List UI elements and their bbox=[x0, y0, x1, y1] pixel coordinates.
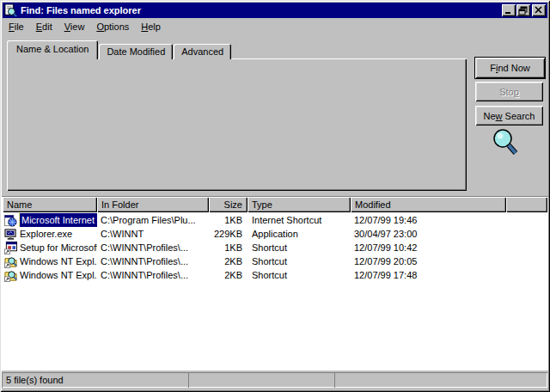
results-list: Name In Folder Size Type Modified bbox=[2, 196, 548, 371]
results-rows: Microsoft Internet ... C:\Program Files\… bbox=[3, 213, 547, 282]
column-header-filler bbox=[506, 197, 547, 212]
menu-file[interactable]: File bbox=[3, 20, 30, 34]
column-header-type[interactable]: Type bbox=[248, 197, 351, 212]
tab-strip: Name & Location Date Modified Advanced bbox=[7, 40, 232, 59]
file-modified: 12/07/99 10:42 bbox=[354, 241, 504, 254]
explorer-shortcut-icon bbox=[4, 255, 17, 268]
file-folder: C:\Program Files\Plu... bbox=[101, 213, 207, 227]
table-row[interactable]: Microsoft Internet ... C:\Program Files\… bbox=[3, 213, 547, 227]
restore-icon bbox=[516, 4, 530, 16]
stop-button: Stop bbox=[475, 82, 543, 101]
tab-name-location[interactable]: Name & Location bbox=[7, 40, 98, 59]
file-folder: C:\WINNT\Profiles\... bbox=[101, 241, 207, 254]
menubar: File Edit View Options Help bbox=[3, 19, 547, 34]
file-name: Explorer.exe bbox=[20, 227, 72, 241]
tab-advanced[interactable]: Advanced bbox=[174, 44, 231, 59]
file-folder: C:\WINNT\Profiles\... bbox=[101, 254, 207, 268]
file-type: Application bbox=[252, 227, 349, 241]
file-name: Windows NT Expl... bbox=[20, 254, 97, 268]
find-now-button[interactable]: Find Now bbox=[474, 57, 546, 79]
window-title: Find: Files named explorer bbox=[21, 5, 141, 15]
table-row[interactable]: Setup for Microsoft... C:\WINNT\Profiles… bbox=[3, 241, 547, 254]
results-header: Name In Folder Size Type Modified bbox=[3, 197, 547, 212]
menu-view[interactable]: View bbox=[58, 20, 91, 34]
minimize-button[interactable] bbox=[502, 4, 516, 16]
column-header-name[interactable]: Name bbox=[3, 197, 97, 212]
statusbar: 5 file(s) found bbox=[2, 371, 548, 389]
file-size: 229KB bbox=[209, 227, 242, 241]
name-location-panel bbox=[7, 58, 467, 191]
file-folder: C:\WINNT bbox=[101, 227, 207, 241]
internet-shortcut-icon bbox=[4, 214, 17, 227]
menu-help[interactable]: Help bbox=[135, 20, 167, 34]
file-size: 2KB bbox=[209, 254, 242, 268]
status-panel-2 bbox=[188, 372, 335, 388]
file-name: Setup for Microsoft... bbox=[20, 241, 97, 254]
file-folder: C:\WINNT\Profiles\... bbox=[101, 268, 207, 282]
file-name: Windows NT Expl... bbox=[20, 268, 97, 282]
find-document-icon bbox=[4, 4, 17, 17]
setup-shortcut-icon bbox=[4, 242, 17, 254]
find-files-window: Find: Files named explorer File Ed bbox=[0, 0, 550, 392]
tab-date-modified[interactable]: Date Modified bbox=[99, 44, 173, 59]
magnifier-icon bbox=[490, 127, 521, 160]
restore-button[interactable] bbox=[516, 4, 530, 16]
close-button[interactable] bbox=[532, 4, 546, 16]
file-type: Shortcut bbox=[252, 268, 349, 282]
application-icon bbox=[4, 228, 17, 241]
explorer-shortcut-icon bbox=[4, 269, 17, 282]
file-modified: 12/07/99 19:46 bbox=[354, 213, 504, 227]
file-modified: 12/07/99 20:05 bbox=[354, 254, 504, 268]
menu-edit[interactable]: Edit bbox=[30, 20, 58, 34]
minimize-icon bbox=[502, 4, 516, 16]
column-header-in-folder[interactable]: In Folder bbox=[97, 197, 209, 212]
file-type: Internet Shortcut bbox=[252, 213, 349, 227]
file-modified: 12/07/99 17:48 bbox=[354, 268, 504, 282]
file-size: 1KB bbox=[209, 213, 242, 227]
titlebar[interactable]: Find: Files named explorer bbox=[3, 3, 547, 18]
file-modified: 30/04/97 23:00 bbox=[354, 227, 504, 241]
file-size: 2KB bbox=[209, 268, 242, 282]
column-header-size[interactable]: Size bbox=[209, 197, 248, 212]
window-controls bbox=[501, 4, 546, 16]
status-panel-3 bbox=[334, 372, 547, 388]
table-row[interactable]: Explorer.exe C:\WINNT 229KB Application … bbox=[3, 227, 547, 241]
window-frame: Find: Files named explorer File Ed bbox=[0, 0, 550, 392]
file-type: Shortcut bbox=[252, 254, 349, 268]
menu-options[interactable]: Options bbox=[90, 20, 135, 34]
file-name: Microsoft Internet ... bbox=[20, 213, 97, 227]
table-row[interactable]: Windows NT Expl... C:\WINNT\Profiles\...… bbox=[3, 254, 547, 268]
file-type: Shortcut bbox=[252, 241, 349, 254]
status-files-found: 5 file(s) found bbox=[2, 372, 189, 388]
close-icon bbox=[532, 4, 546, 16]
file-size: 1KB bbox=[209, 241, 242, 254]
column-header-modified[interactable]: Modified bbox=[351, 197, 506, 212]
new-search-button[interactable]: New Search bbox=[475, 106, 543, 126]
table-row[interactable]: Windows NT Expl... C:\WINNT\Profiles\...… bbox=[3, 268, 547, 282]
